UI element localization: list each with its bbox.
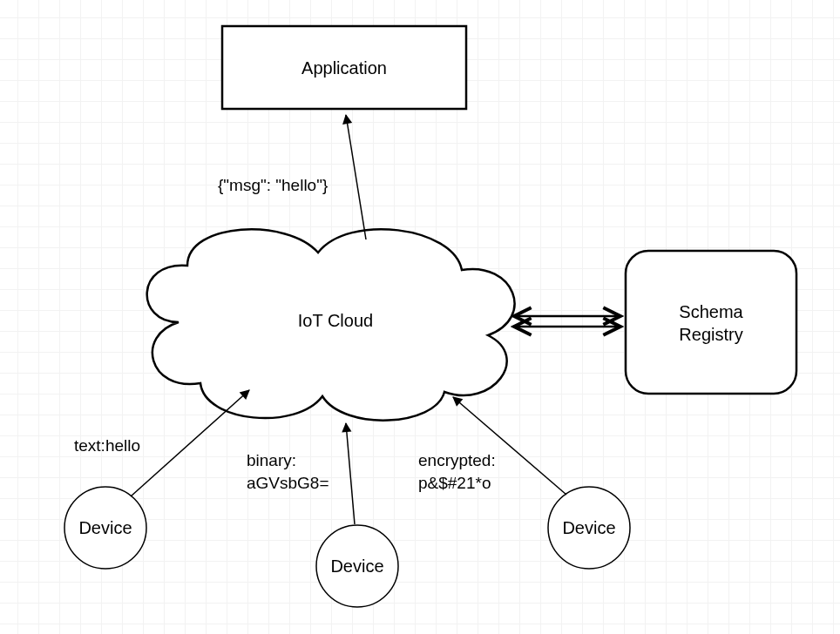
device-left-label: Device xyxy=(78,518,132,537)
device-right-label: Device xyxy=(562,518,615,537)
svg-line-9 xyxy=(346,423,355,524)
application-label: Application xyxy=(301,58,387,78)
edge-device-middle-to-cloud: binary: aGVsbG8= xyxy=(247,423,355,524)
node-device-right: Device xyxy=(548,487,630,569)
edge-cloud-to-application-label: {"msg": "hello"} xyxy=(218,176,328,194)
svg-line-8 xyxy=(131,390,249,496)
architecture-diagram: Application IoT Cloud Schema Registry De… xyxy=(0,0,840,634)
edge-cloud-to-schema-registry xyxy=(514,316,620,327)
svg-rect-1 xyxy=(626,251,796,394)
svg-line-5 xyxy=(346,115,366,239)
node-device-left: Device xyxy=(64,487,146,569)
node-device-middle: Device xyxy=(316,525,398,607)
edge-device-middle-label-2: aGVsbG8= xyxy=(247,474,329,492)
edge-cloud-to-application: {"msg": "hello"} xyxy=(218,115,366,239)
schema-registry-label-2: Registry xyxy=(679,325,742,344)
schema-registry-label-1: Schema xyxy=(679,302,743,321)
iot-cloud-label: IoT Cloud xyxy=(298,311,373,330)
edge-device-right-to-cloud: encrypted: p&$#21*o xyxy=(418,397,566,495)
node-iot-cloud: IoT Cloud xyxy=(147,229,515,420)
edge-device-middle-label-1: binary: xyxy=(247,451,296,469)
edge-device-right-label-2: p&$#21*o xyxy=(418,474,491,492)
edge-device-right-label-1: encrypted: xyxy=(418,451,496,469)
node-schema-registry: Schema Registry xyxy=(626,251,796,394)
node-application: Application xyxy=(222,26,466,109)
device-middle-label: Device xyxy=(330,556,383,576)
edge-device-left-label: text:hello xyxy=(74,436,140,455)
